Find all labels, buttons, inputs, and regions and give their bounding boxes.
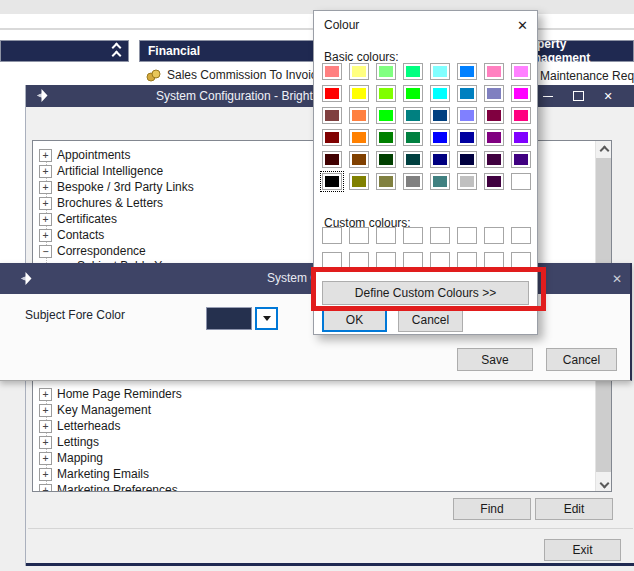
colour-swatch[interactable] <box>403 85 423 102</box>
colour-swatch[interactable] <box>457 63 477 80</box>
colour-swatch[interactable] <box>403 63 423 80</box>
expand-icon[interactable]: + <box>39 181 52 194</box>
colour-swatch[interactable] <box>322 129 342 146</box>
colour-swatch[interactable] <box>511 63 531 80</box>
colour-swatch[interactable] <box>430 63 450 80</box>
expand-icon[interactable]: + <box>39 436 52 449</box>
minimize-button[interactable] <box>534 85 562 107</box>
colour-swatch[interactable] <box>430 173 450 190</box>
expand-icon[interactable]: + <box>39 420 52 433</box>
colour-swatch[interactable] <box>322 173 342 190</box>
maximize-button[interactable] <box>564 85 592 107</box>
colour-swatch[interactable] <box>484 151 504 168</box>
colour-swatch[interactable] <box>403 227 423 244</box>
colour-swatch[interactable] <box>484 63 504 80</box>
maintenance-requests-link[interactable]: Maintenance Requests <box>540 68 634 84</box>
close-button[interactable]: ✕ <box>594 85 622 107</box>
colour-swatch[interactable] <box>322 63 342 80</box>
cancel-button[interactable]: Cancel <box>398 308 463 332</box>
colour-swatch[interactable] <box>376 129 396 146</box>
colour-swatch[interactable] <box>511 129 531 146</box>
colour-swatch[interactable] <box>376 85 396 102</box>
colour-swatch[interactable] <box>511 151 531 168</box>
tree-item[interactable]: +Brochures & Letters <box>39 195 163 211</box>
expand-icon[interactable]: + <box>39 229 52 242</box>
colour-swatch[interactable] <box>403 151 423 168</box>
tree-item[interactable]: +Artificial Intelligence <box>39 163 163 179</box>
colour-swatch[interactable] <box>349 129 369 146</box>
colour-swatch[interactable] <box>376 227 396 244</box>
colour-dialog-titlebar[interactable]: Colour ✕ <box>314 11 537 39</box>
colour-swatch[interactable] <box>511 173 531 190</box>
colour-swatch[interactable] <box>403 129 423 146</box>
sales-commission-link[interactable]: Sales Commission To Invoice <box>146 66 324 83</box>
colour-swatch[interactable] <box>403 173 423 190</box>
exit-button[interactable]: Exit <box>544 539 621 561</box>
expand-icon[interactable]: + <box>39 468 52 481</box>
tree-item[interactable]: +Certificates <box>39 211 117 227</box>
colour-swatch[interactable] <box>457 173 477 190</box>
ok-button[interactable]: OK <box>322 308 387 332</box>
colour-swatch[interactable] <box>484 227 504 244</box>
expand-icon[interactable]: + <box>39 165 52 178</box>
tree-item[interactable]: +Home Page Reminders <box>39 386 182 402</box>
color-dropdown-button[interactable] <box>255 307 278 330</box>
colour-swatch[interactable] <box>376 63 396 80</box>
colour-swatch[interactable] <box>484 129 504 146</box>
colour-swatch[interactable] <box>430 129 450 146</box>
tree-item[interactable]: +Mapping <box>39 450 103 466</box>
edit-button[interactable]: Edit <box>535 498 613 520</box>
expand-icon[interactable]: + <box>39 452 52 465</box>
colour-swatch[interactable] <box>484 107 504 124</box>
tree-item[interactable]: +Appointments <box>39 147 130 163</box>
fore-color-swatch[interactable] <box>206 307 252 330</box>
save-button[interactable]: Save <box>457 348 533 371</box>
colour-swatch[interactable] <box>457 85 477 102</box>
colour-swatch[interactable] <box>430 227 450 244</box>
find-button[interactable]: Find <box>453 498 531 520</box>
colour-swatch[interactable] <box>376 151 396 168</box>
colour-swatch[interactable] <box>322 107 342 124</box>
colour-swatch[interactable] <box>430 107 450 124</box>
expand-icon[interactable]: + <box>39 484 52 493</box>
expand-icon[interactable]: + <box>39 388 52 401</box>
colour-swatch[interactable] <box>511 85 531 102</box>
expand-icon[interactable]: + <box>39 197 52 210</box>
colour-swatch[interactable] <box>511 107 531 124</box>
colour-swatch[interactable] <box>430 151 450 168</box>
close-icon[interactable]: ✕ <box>517 11 528 39</box>
colour-swatch[interactable] <box>322 85 342 102</box>
colour-swatch[interactable] <box>322 151 342 168</box>
tree-item[interactable]: −Correspondence <box>39 243 146 259</box>
collapse-icon[interactable]: − <box>39 245 52 258</box>
tree-item[interactable]: +Key Management <box>39 402 151 418</box>
tree-item[interactable]: +Contacts <box>39 227 104 243</box>
colour-swatch[interactable] <box>349 173 369 190</box>
left-panel-header[interactable] <box>0 40 129 62</box>
colour-swatch[interactable] <box>376 107 396 124</box>
colour-swatch[interactable] <box>430 85 450 102</box>
tree-item[interactable]: +Bespoke / 3rd Party Links <box>39 179 194 195</box>
chevron-double-up-icon[interactable] <box>113 44 120 59</box>
colour-swatch[interactable] <box>349 227 369 244</box>
expand-icon[interactable]: + <box>39 213 52 226</box>
colour-swatch[interactable] <box>457 107 477 124</box>
tree-item[interactable]: +Lettings <box>39 434 99 450</box>
colour-swatch[interactable] <box>376 173 396 190</box>
expand-icon[interactable]: + <box>39 404 52 417</box>
cancel-button[interactable]: Cancel <box>546 348 617 371</box>
tree-item[interactable]: +Letterheads <box>39 418 120 434</box>
colour-swatch[interactable] <box>349 85 369 102</box>
colour-swatch[interactable] <box>511 227 531 244</box>
colour-swatch[interactable] <box>349 63 369 80</box>
colour-swatch[interactable] <box>349 107 369 124</box>
tree-item[interactable]: +Marketing Preferences <box>39 482 178 492</box>
colour-swatch[interactable] <box>457 151 477 168</box>
colour-swatch[interactable] <box>322 227 342 244</box>
colour-swatch[interactable] <box>403 107 423 124</box>
colour-swatch[interactable] <box>349 151 369 168</box>
scroll-down-button[interactable] <box>596 476 612 492</box>
scroll-up-button[interactable] <box>596 141 612 158</box>
close-icon[interactable]: ✕ <box>612 263 622 294</box>
colour-swatch[interactable] <box>484 85 504 102</box>
